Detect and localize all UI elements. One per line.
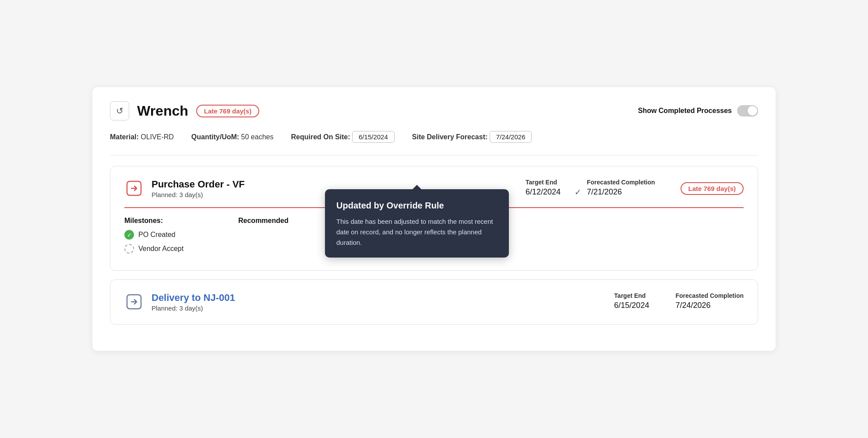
header-late-badge: Late 769 day(s) xyxy=(196,105,259,117)
po-late-badge: Late 769 day(s) xyxy=(681,182,744,195)
delivery-forecast-label: Site Delivery Forecast: xyxy=(412,133,488,141)
milestones-col: Milestones: ✓ PO Created Vendor Accept xyxy=(124,217,221,258)
back-button[interactable]: ↺ xyxy=(110,101,129,120)
purchase-order-card: Purchase Order - VF Planned: 3 day(s) Ta… xyxy=(110,166,758,271)
delivery-card: Delivery to NJ-001 Planned: 3 day(s) Tar… xyxy=(110,279,758,325)
milestone-vendor-accept: Vendor Accept xyxy=(124,244,221,254)
po-forecasted-date: 7/21/2026 xyxy=(587,187,655,197)
show-completed-toggle[interactable] xyxy=(737,105,758,117)
main-divider xyxy=(110,155,758,155)
material-label: Material: xyxy=(110,133,139,141)
po-target-end-date: 6/12/2024 xyxy=(526,187,561,197)
delivery-forecast-meta: Site Delivery Forecast: 7/24/2026 xyxy=(412,131,532,143)
milestone-vendor-accept-label: Vendor Accept xyxy=(138,245,183,253)
override-tooltip: Updated by Override Rule This date has b… xyxy=(325,189,509,258)
milestones-title: Milestones: xyxy=(124,217,221,225)
po-forecasted-col: ✓ Forecasted Completion 7/21/2026 xyxy=(587,179,655,197)
delivery-target-end-date: 6/15/2024 xyxy=(614,301,649,310)
po-target-end-col: Target End 6/12/2024 xyxy=(526,179,561,197)
page-container: ↺ Wrench Late 769 day(s) Show Completed … xyxy=(92,87,776,351)
page-title: Wrench xyxy=(137,103,188,119)
po-meta-cols: Target End 6/12/2024 ✓ Forecasted Comple… xyxy=(526,179,655,197)
required-date: 6/15/2024 xyxy=(352,131,395,143)
material-meta: Material: OLIVE-RD xyxy=(110,133,174,141)
delivery-forecasted-label: Forecasted Completion xyxy=(675,292,744,299)
po-icon xyxy=(124,179,144,198)
tooltip-arrow xyxy=(413,185,421,189)
delivery-target-end-col: Target End 6/15/2024 xyxy=(614,292,649,310)
header-right: Show Completed Processes xyxy=(638,105,758,117)
tooltip-title: Updated by Override Rule xyxy=(336,199,498,212)
show-completed-label: Show Completed Processes xyxy=(638,107,732,115)
card-header-delivery: Delivery to NJ-001 Planned: 3 day(s) Tar… xyxy=(124,292,744,312)
milestone-empty-icon xyxy=(124,244,134,254)
delivery-target-end-label: Target End xyxy=(614,292,649,299)
quantity-meta: Quantity/UoM: 50 eaches xyxy=(191,133,274,141)
header-left: ↺ Wrench Late 769 day(s) xyxy=(110,101,259,120)
header-row: ↺ Wrench Late 769 day(s) Show Completed … xyxy=(110,101,758,120)
meta-row: Material: OLIVE-RD Quantity/UoM: 50 each… xyxy=(110,131,758,143)
delivery-forecasted-date: 7/24/2026 xyxy=(675,301,744,310)
required-meta: Required On Site: 6/15/2024 xyxy=(291,131,394,143)
milestone-po-created: ✓ PO Created xyxy=(124,230,221,240)
delivery-forecasted-col: Forecasted Completion 7/24/2026 xyxy=(675,292,744,310)
delivery-planned: Planned: 3 day(s) xyxy=(152,304,606,312)
quantity-label: Quantity/UoM: xyxy=(191,133,239,141)
milestone-po-created-label: PO Created xyxy=(138,231,175,239)
toggle-knob xyxy=(748,106,757,116)
po-forecasted-label: Forecasted Completion xyxy=(587,179,655,186)
milestone-check-icon: ✓ xyxy=(124,230,134,240)
po-late-badge-container: Late 769 day(s) xyxy=(681,182,744,195)
delivery-title: Delivery to NJ-001 xyxy=(152,292,606,304)
po-title: Purchase Order - VF xyxy=(152,179,518,190)
required-label: Required On Site: xyxy=(291,133,350,141)
material-value: OLIVE-RD xyxy=(141,133,174,141)
delivery-icon xyxy=(124,292,144,311)
back-icon: ↺ xyxy=(116,106,123,116)
delivery-meta-cols: Target End 6/15/2024 Forecasted Completi… xyxy=(614,292,744,310)
tooltip-body: This date has been adjusted to match the… xyxy=(336,216,498,248)
quantity-value: 50 eaches xyxy=(241,133,274,141)
po-target-end-label: Target End xyxy=(526,179,561,186)
delivery-title-block: Delivery to NJ-001 Planned: 3 day(s) xyxy=(152,292,606,312)
delivery-forecast-date: 7/24/2026 xyxy=(490,131,532,143)
forecasted-check-icon: ✓ xyxy=(575,187,581,197)
